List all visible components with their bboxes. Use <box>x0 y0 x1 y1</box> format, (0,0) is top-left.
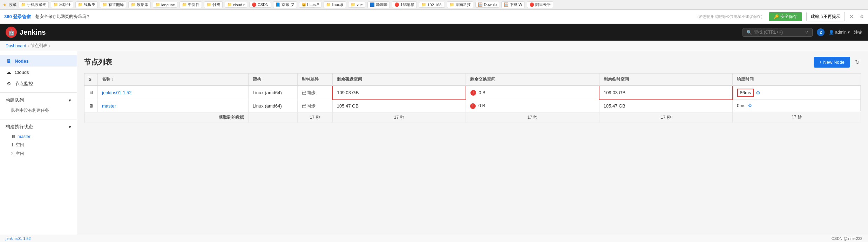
row2-gear-icon[interactable]: ⚙ <box>748 103 752 108</box>
new-node-button[interactable]: + New Node <box>814 57 850 68</box>
security-note: （若您使用网吧等公共电脑不建议保存） <box>695 14 765 19</box>
favorites-icon: ★ <box>3 2 7 7</box>
refresh-button[interactable]: ↻ <box>854 57 861 67</box>
page-title: 节点列表 <box>84 57 112 67</box>
sidebar-build-executor-header[interactable]: 构建执行状态 ▾ <box>0 121 77 133</box>
table-row: 🖥 jenkins01-1.52 Linux (amd64) 已同步 109.0… <box>84 85 861 100</box>
search-help-icon: ? <box>805 30 808 35</box>
bookmark-csdn[interactable]: 🔴 CSDN <box>249 2 271 8</box>
jenkins-logo[interactable]: 🤖 Jenkins <box>6 27 46 38</box>
search-icon: 🔍 <box>746 30 752 35</box>
sidebar-nodes-label: Nodes <box>15 58 29 64</box>
build-queue-empty-label: 队列中没有构建任务 <box>11 108 49 113</box>
bookmark-lang[interactable]: 📁languac <box>153 2 177 8</box>
security-bar-close-icon[interactable]: ✕ <box>849 13 854 20</box>
security-badge[interactable]: 2 <box>817 28 825 36</box>
admin-chevron-icon: ▾ <box>848 30 850 35</box>
footer-swap-val: 17 秒 <box>466 112 599 123</box>
jenkins-logo-text: Jenkins <box>20 28 46 36</box>
sidebar-item-nodes[interactable]: 🖥 Nodes <box>0 55 77 67</box>
row1-status-cell: 🖥 <box>84 85 98 100</box>
col-time: 时钟差异 <box>297 74 332 86</box>
jenkins-header: 🤖 Jenkins 🔍 ? 2 👤 admin ▾ 注销 <box>0 24 868 41</box>
row1-name-link[interactable]: jenkins01-1.52 <box>102 90 132 95</box>
row1-swap-cell: ! 0 B <box>466 85 599 100</box>
bookmark-translate[interactable]: 📁有道翻译 <box>100 1 126 8</box>
security-question: 想安全保存此网页的密码吗？ <box>35 14 691 20</box>
save-secure-label: 安全保存 <box>780 14 797 20</box>
row1-name-cell: jenkins01-1.52 <box>98 85 249 100</box>
status-jenkins-link[interactable]: jenkins01-1.52 <box>6 236 31 241</box>
row2-name-link[interactable]: master <box>102 103 116 109</box>
build-queue-chevron-icon: ▾ <box>69 98 71 103</box>
logout-link[interactable]: 注销 <box>854 29 862 35</box>
table-footer-row: 获取到的数据 17 秒 17 秒 17 秒 17 秒 17 秒 <box>84 112 861 123</box>
admin-label: admin <box>835 30 847 35</box>
bookmark-xue[interactable]: 📁xue <box>348 2 365 8</box>
no-remind-button[interactable]: 此站点不再提示 <box>806 12 845 21</box>
bookmark-news[interactable]: 📁线报类 <box>75 1 98 8</box>
bookmark-ip[interactable]: 📁192.168. <box>419 2 445 8</box>
footer-time-val: 17 秒 <box>297 112 332 123</box>
sidebar-item-monitor[interactable]: ⚙ 节点监控 <box>0 78 77 90</box>
bookmark-download[interactable]: 🪟 Downlo <box>475 2 499 8</box>
breadcrumb-end-icon: › <box>49 43 50 48</box>
build-executor-chevron-icon: ▾ <box>69 124 71 130</box>
row2-name-cell: master <box>98 100 249 112</box>
main-layout: 🖥 Nodes ☁ Clouds ⚙ 节点监控 构建队列 ▾ 队列中没有构建任务… <box>0 51 868 242</box>
executor-master[interactable]: 🖥 master <box>0 133 77 140</box>
breadcrumb-current: 节点列表 <box>30 43 47 49</box>
row2-status-cell: 🖥 <box>84 100 98 112</box>
bookmark-linux[interactable]: 📁linux系 <box>324 1 346 8</box>
row2-response-value: 0ms <box>737 103 746 108</box>
bookmark-github[interactable]: 🐱 https:// <box>299 2 321 8</box>
footer-temp-val: 17 秒 <box>599 112 732 123</box>
bookmark-cloud[interactable]: 📁cloud r <box>225 2 247 8</box>
sidebar-build-queue-header[interactable]: 构建队列 ▾ <box>0 94 77 106</box>
bookmark-win[interactable]: 🪟 下载 W <box>501 1 525 8</box>
admin-menu[interactable]: 👤 admin ▾ <box>829 30 850 35</box>
footer-label-cell: 获取到的数据 <box>84 112 249 123</box>
sidebar-build-executor-section: 构建执行状态 ▾ 🖥 master 1 空闲 2 空闲 <box>0 119 77 158</box>
360-logo: 360 登录管家 <box>4 14 31 20</box>
footer-disk-val: 17 秒 <box>332 112 466 123</box>
save-secure-button[interactable]: 🔑 安全保存 <box>769 12 802 21</box>
bookmark-publisher[interactable]: 📁出版社 <box>51 1 73 8</box>
security-bar-gear-icon[interactable]: ⚙ <box>860 14 864 19</box>
footer-arch-val <box>248 112 297 123</box>
executor-2-label: 空闲 <box>16 151 24 157</box>
row1-swap-error-icon: ! <box>470 90 476 96</box>
bookmark-hunan[interactable]: 📁湖南科技 <box>447 1 473 8</box>
search-input[interactable] <box>754 30 803 35</box>
bookmark-db[interactable]: 📁数据库 <box>128 1 151 8</box>
breadcrumb: Dashboard › 节点列表 › <box>0 41 868 51</box>
bookmark-bilibili[interactable]: 🟦 哔哩哔 <box>367 1 390 8</box>
monitor-icon: ⚙ <box>6 81 12 87</box>
row1-gear-icon[interactable]: ⚙ <box>756 90 760 96</box>
bookmark-paid[interactable]: 📁付费 <box>204 1 223 8</box>
bookmark-middleware[interactable]: 📁中间件 <box>179 1 202 8</box>
row2-swap-cell: ! 0 B <box>466 100 599 112</box>
breadcrumb-sep: › <box>28 43 29 48</box>
bookmark-aliyun[interactable]: 🔴 阿里云平 <box>527 1 553 8</box>
row2-response-cell: 0ms ⚙ <box>733 100 861 111</box>
row2-swap-error-icon: ! <box>470 103 476 109</box>
status-bar-right: CSDN @inner222 <box>832 236 862 241</box>
header-search[interactable]: 🔍 ? <box>742 28 813 37</box>
row2-swap-value: 0 B <box>479 103 486 108</box>
row1-temp-cell: 109.03 GB <box>599 85 732 100</box>
sidebar: 🖥 Nodes ☁ Clouds ⚙ 节点监控 构建队列 ▾ 队列中没有构建任务… <box>0 51 77 242</box>
executor-master-link[interactable]: master <box>18 134 30 139</box>
bookmark-jd[interactable]: 📘 京东-义 <box>273 1 297 8</box>
bookmark-163[interactable]: 🔴 163邮箱 <box>392 1 417 8</box>
content-header: 节点列表 + New Node ↻ <box>84 57 861 68</box>
sidebar-item-clouds[interactable]: ☁ Clouds <box>0 67 77 78</box>
bookmark-phone[interactable]: 📁手机收藏夹 <box>19 1 49 8</box>
executor-1-label: 空闲 <box>16 142 24 148</box>
row1-swap-value: 0 B <box>479 90 486 95</box>
sidebar-build-queue-label: 构建队列 <box>6 97 24 103</box>
status-bar-left: jenkins01-1.52 <box>6 236 31 241</box>
row1-arch-cell: Linux (amd64) <box>248 85 297 100</box>
breadcrumb-dashboard[interactable]: Dashboard <box>6 43 26 48</box>
executor-1: 1 空闲 <box>0 140 77 149</box>
